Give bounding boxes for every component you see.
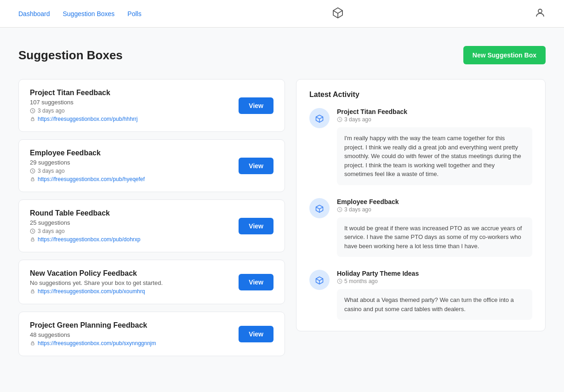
sb-card-count: 25 suggestions: [30, 219, 140, 226]
sb-card-link-row: https://freesuggestionbox.com/pub/hhhrrj: [30, 116, 137, 122]
sb-card-link-row: https://freesuggestionbox.com/pub/xoumhr…: [30, 288, 163, 295]
sb-card-count: No suggestions yet. Share your box to ge…: [30, 279, 163, 286]
sb-card-link[interactable]: https://freesuggestionbox.com/pub/hyeqef…: [38, 176, 145, 182]
sb-card-title: Employee Feedback: [30, 149, 145, 157]
svg-rect-2: [31, 119, 34, 121]
sb-card-link[interactable]: https://freesuggestionbox.com/pub/dohrxp: [38, 236, 140, 243]
activity-comment: I'm really happy with the way the team c…: [337, 127, 532, 185]
sb-card-info: New Vacation Policy Feedback No suggesti…: [30, 269, 163, 295]
sb-card-info: Project Titan Feedback 107 suggestions 3…: [30, 89, 137, 122]
sb-card-info: Project Green Planning Feedback 48 sugge…: [30, 321, 156, 347]
clock-icon: [337, 278, 342, 284]
nav-dashboard[interactable]: Dashboard: [18, 10, 50, 17]
sb-card-info: Employee Feedback 29 suggestions 3 days …: [30, 149, 145, 182]
activity-title: Latest Activity: [309, 91, 532, 99]
svg-rect-4: [31, 179, 34, 181]
clock-icon: [337, 117, 342, 122]
activity-item: Project Titan Feedback 3 days ago I'm re…: [309, 108, 532, 185]
activity-avatar: [309, 108, 330, 128]
activity-body: Employee Feedback 3 days ago It would be…: [337, 198, 532, 257]
sb-card-time: 3 days ago: [30, 228, 140, 234]
box-icon: [315, 275, 324, 284]
activity-time: 5 months ago: [337, 278, 532, 284]
view-button[interactable]: View: [239, 274, 273, 290]
sb-card-link[interactable]: https://freesuggestionbox.com/pub/xoumhr…: [38, 288, 145, 295]
clock-icon: [337, 207, 342, 212]
page-content: Suggestion Boxes New Suggestion Box Proj…: [0, 28, 564, 375]
page-header: Suggestion Boxes New Suggestion Box: [18, 46, 546, 64]
activity-body: Project Titan Feedback 3 days ago I'm re…: [337, 108, 532, 185]
sb-card-count: 48 suggestions: [30, 331, 156, 338]
box-icon: [315, 204, 324, 213]
activity-item: Holiday Party Theme Ideas 5 months ago W…: [309, 270, 532, 320]
sb-card-link-row: https://freesuggestionbox.com/pub/dohrxp: [30, 236, 140, 243]
suggestion-box-card: Round Table Feedback 25 suggestions 3 da…: [18, 199, 285, 252]
main-layout: Project Titan Feedback 107 suggestions 3…: [18, 79, 546, 356]
suggestion-box-card: Project Titan Feedback 107 suggestions 3…: [18, 79, 285, 132]
activity-box-name: Holiday Party Theme Ideas: [337, 270, 532, 277]
sb-card-title: Project Titan Feedback: [30, 89, 137, 97]
sb-card-link-row: https://freesuggestionbox.com/pub/sxynng…: [30, 340, 156, 347]
lock-icon: [30, 341, 35, 346]
lock-icon: [30, 237, 35, 242]
activity-box-name: Employee Feedback: [337, 198, 532, 205]
view-button[interactable]: View: [239, 218, 273, 234]
sb-card-info: Round Table Feedback 25 suggestions 3 da…: [30, 209, 140, 243]
svg-rect-8: [31, 343, 34, 345]
suggestion-boxes-list: Project Titan Feedback 107 suggestions 3…: [18, 79, 285, 356]
svg-rect-6: [31, 239, 34, 241]
sb-card-title: New Vacation Policy Feedback: [30, 269, 163, 278]
activity-comment: It would be great if there was increased…: [337, 217, 532, 257]
suggestion-box-card: Project Green Planning Feedback 48 sugge…: [18, 312, 285, 356]
view-button[interactable]: View: [239, 326, 273, 342]
box-icon: [315, 114, 324, 123]
activity-comment: What about a Vegas themed party? We can …: [337, 289, 532, 320]
nav-suggestion-boxes[interactable]: Suggestion Boxes: [63, 10, 115, 17]
activity-time: 3 days ago: [337, 116, 532, 123]
activity-card: Latest Activity Project Titan Feedback 3…: [296, 79, 546, 331]
sb-card-time: 3 days ago: [30, 168, 145, 174]
clock-icon: [30, 168, 35, 174]
suggestion-box-card: Employee Feedback 29 suggestions 3 days …: [18, 139, 285, 192]
lock-icon: [30, 116, 35, 122]
activity-box-name: Project Titan Feedback: [337, 108, 532, 115]
sb-card-link[interactable]: https://freesuggestionbox.com/pub/hhhrrj: [38, 116, 137, 122]
latest-activity-panel: Latest Activity Project Titan Feedback 3…: [296, 79, 546, 356]
nav-polls[interactable]: Polls: [127, 10, 141, 17]
sb-card-link[interactable]: https://freesuggestionbox.com/pub/sxynng…: [38, 340, 156, 347]
svg-rect-7: [31, 291, 34, 293]
clock-icon: [30, 228, 35, 234]
sb-card-count: 107 suggestions: [30, 99, 137, 106]
app-logo: [331, 6, 345, 22]
activity-body: Holiday Party Theme Ideas 5 months ago W…: [337, 270, 532, 320]
lock-icon: [30, 289, 35, 294]
activity-item: Employee Feedback 3 days ago It would be…: [309, 198, 532, 257]
view-button[interactable]: View: [239, 97, 273, 114]
activity-list: Project Titan Feedback 3 days ago I'm re…: [309, 108, 532, 320]
navbar: Dashboard Suggestion Boxes Polls: [0, 0, 564, 28]
nav-links: Dashboard Suggestion Boxes Polls: [18, 10, 142, 17]
svg-point-0: [538, 9, 542, 13]
sb-card-title: Round Table Feedback: [30, 209, 140, 217]
user-icon[interactable]: [535, 7, 546, 20]
new-suggestion-box-button[interactable]: New Suggestion Box: [463, 46, 546, 64]
sb-card-count: 29 suggestions: [30, 159, 145, 166]
activity-time: 3 days ago: [337, 206, 532, 213]
sb-card-link-row: https://freesuggestionbox.com/pub/hyeqef…: [30, 176, 145, 182]
lock-icon: [30, 176, 35, 182]
activity-avatar: [309, 270, 330, 290]
suggestion-box-card: New Vacation Policy Feedback No suggesti…: [18, 260, 285, 304]
page-title: Suggestion Boxes: [18, 48, 123, 62]
sb-card-time: 3 days ago: [30, 108, 137, 114]
view-button[interactable]: View: [239, 158, 273, 174]
clock-icon: [30, 108, 35, 114]
sb-card-title: Project Green Planning Feedback: [30, 321, 156, 330]
activity-avatar: [309, 198, 330, 218]
